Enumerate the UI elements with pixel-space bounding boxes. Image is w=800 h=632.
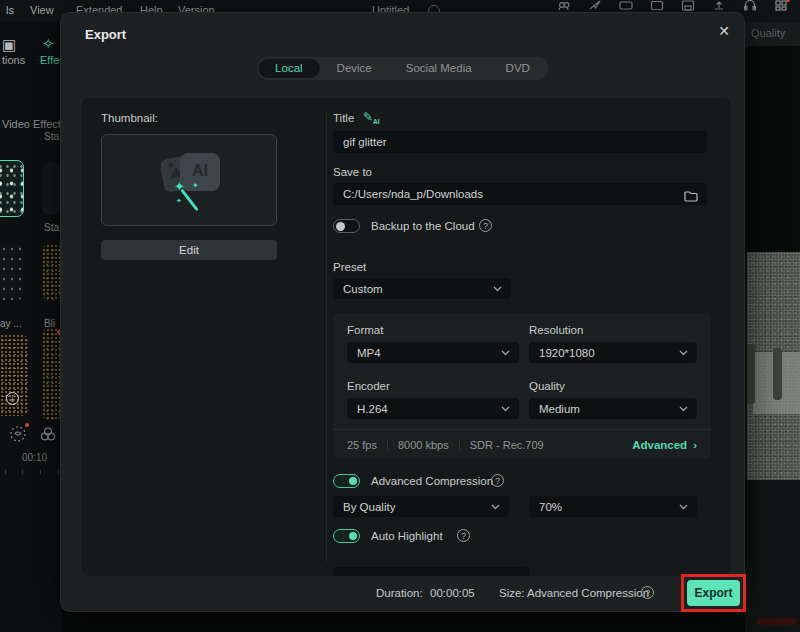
export-dialog: Export ✕ Local Device Social Media DVD T…: [60, 12, 745, 612]
tab-device[interactable]: Device: [320, 59, 389, 78]
transitions-icon[interactable]: ▣: [2, 36, 16, 54]
bitrate-value: 8000 kbps: [398, 439, 449, 451]
notification-dot: [786, 0, 790, 2]
collaboration-icon[interactable]: [557, 0, 571, 11]
preview-strip: Quality: [745, 22, 800, 632]
upload-icon[interactable]: [712, 0, 726, 11]
size-label: Size:: [499, 587, 525, 599]
thumbnail-preview[interactable]: AI ✦ ✦ ✦: [101, 134, 277, 226]
thumbnail-label: Thumbnail:: [101, 112, 158, 124]
headset-icon[interactable]: [743, 0, 757, 11]
advanced-compression-toggle[interactable]: [333, 474, 360, 488]
frame-figure: [747, 344, 755, 404]
effect-thumbnail-selected[interactable]: [0, 160, 24, 217]
save-to-label: Save to: [333, 166, 372, 178]
chevron-down-icon: [501, 350, 510, 356]
column-divider: [326, 112, 327, 562]
effects-sidebar: ▣ ✧ tions Effec Video Effects Sta Sta ay…: [0, 22, 62, 632]
size-value: Advanced Compression: [527, 587, 649, 599]
edit-thumbnail-button[interactable]: Edit: [101, 240, 277, 260]
ai-title-icon[interactable]: ✎AI: [363, 110, 380, 125]
format-settings-panel: Format MP4 Resolution 1920*1080 Encoder …: [333, 313, 711, 459]
menu-item-tools[interactable]: ls: [6, 4, 14, 16]
resolution-value: 1920*1080: [539, 347, 595, 359]
dialog-title: Export: [85, 27, 126, 42]
save-path-input[interactable]: [333, 183, 707, 205]
encoder-dropdown[interactable]: H.264: [347, 398, 519, 419]
preset-dropdown[interactable]: Custom: [333, 278, 511, 299]
encoder-value: H.264: [357, 403, 388, 415]
blend-circles-icon[interactable]: [38, 424, 58, 446]
help-icon[interactable]: ?: [491, 474, 504, 487]
dialog-footer: Duration: 00:00:05 Size: Advanced Compre…: [61, 574, 744, 611]
preview-letterbox: [747, 46, 800, 252]
ai-tools-icon[interactable]: [8, 424, 28, 446]
stream-info-row: 25 fps 8000 kbps SDR - Rec.709 Advanced …: [333, 429, 711, 459]
auto-highlight-toggle[interactable]: [333, 529, 360, 543]
effect-thumbnail[interactable]: ⭳: [0, 334, 28, 416]
preset-label: Preset: [333, 261, 366, 273]
chevron-down-icon: [491, 504, 500, 510]
tab-local[interactable]: Local: [258, 59, 320, 78]
ai-tile-icon: AI: [180, 153, 220, 191]
sparkle-icon: ✦: [176, 197, 182, 205]
folder-icon[interactable]: [684, 188, 698, 206]
window-icon[interactable]: [650, 0, 664, 11]
chevron-down-icon: [679, 350, 688, 356]
effects-section-title: Video Effects: [2, 118, 66, 130]
advanced-compression-label: Advanced Compression: [371, 475, 493, 487]
advanced-settings-link[interactable]: Advanced ›: [632, 439, 697, 451]
quality-panel-label: Quality: [745, 22, 800, 46]
title-input[interactable]: [333, 131, 707, 153]
effect-thumbnail[interactable]: [42, 328, 62, 420]
sidebar-item-transitions[interactable]: tions: [2, 54, 25, 66]
quality-label: Quality: [529, 380, 565, 392]
layout-grid-icon[interactable]: [774, 0, 788, 11]
title-label: Title: [333, 112, 354, 124]
auto-highlight-label: Auto Highlight: [371, 530, 443, 542]
effect-thumb-label: Sta: [44, 131, 59, 142]
quality-dropdown[interactable]: Medium: [529, 398, 697, 419]
ruler-tick: [58, 470, 59, 474]
backup-cloud-toggle[interactable]: [333, 219, 360, 233]
sparkle-icon: ✦: [174, 179, 185, 194]
chevron-down-icon: [679, 406, 688, 412]
tab-social-media[interactable]: Social Media: [389, 59, 489, 78]
chevron-down-icon: [679, 504, 688, 510]
advanced-link-label: Advanced: [632, 439, 687, 451]
close-icon[interactable]: ✕: [718, 23, 730, 39]
sparkle-icon: ✦: [192, 181, 199, 190]
effects-icon[interactable]: ✧: [42, 35, 55, 53]
preview-video-frame: [747, 252, 800, 480]
tab-dvd[interactable]: DVD: [489, 59, 547, 78]
menu-item-view[interactable]: View: [30, 4, 54, 16]
effect-thumbnail[interactable]: [42, 244, 62, 300]
format-value: MP4: [357, 347, 381, 359]
help-icon[interactable]: ?: [641, 586, 654, 599]
chevron-right-icon: ›: [693, 439, 697, 451]
backup-cloud-label: Backup to the Cloud: [371, 220, 475, 232]
ruler-tick: [5, 470, 6, 474]
chevron-down-icon: [501, 406, 510, 412]
colorspace-value: SDR - Rec.709: [470, 439, 544, 451]
compression-mode-dropdown[interactable]: By Quality: [333, 496, 509, 517]
notification-dot: [25, 423, 29, 427]
compression-mode-value: By Quality: [343, 501, 395, 513]
duration-label: Duration:: [376, 587, 423, 599]
format-dropdown[interactable]: MP4: [347, 342, 519, 363]
save-icon[interactable]: [681, 0, 695, 11]
resolution-dropdown[interactable]: 1920*1080: [529, 342, 697, 363]
compression-value-dropdown[interactable]: 70%: [529, 496, 697, 517]
format-label: Format: [347, 324, 383, 336]
frame-figure: [773, 348, 782, 400]
export-settings-panel: Thumbnail: AI ✦ ✦ ✦ Edit Title ✎AI Save …: [81, 98, 731, 576]
effect-thumbnail[interactable]: [42, 163, 62, 215]
keyboard-icon[interactable]: [619, 0, 633, 11]
duration-value: 00:00:05: [430, 587, 475, 599]
share-icon[interactable]: [588, 0, 602, 11]
help-icon[interactable]: ?: [457, 529, 470, 542]
help-icon[interactable]: ?: [479, 219, 492, 232]
toolbar-icon-row: [557, 0, 788, 11]
export-button[interactable]: Export: [687, 580, 740, 606]
effect-thumbnail[interactable]: [0, 244, 24, 300]
